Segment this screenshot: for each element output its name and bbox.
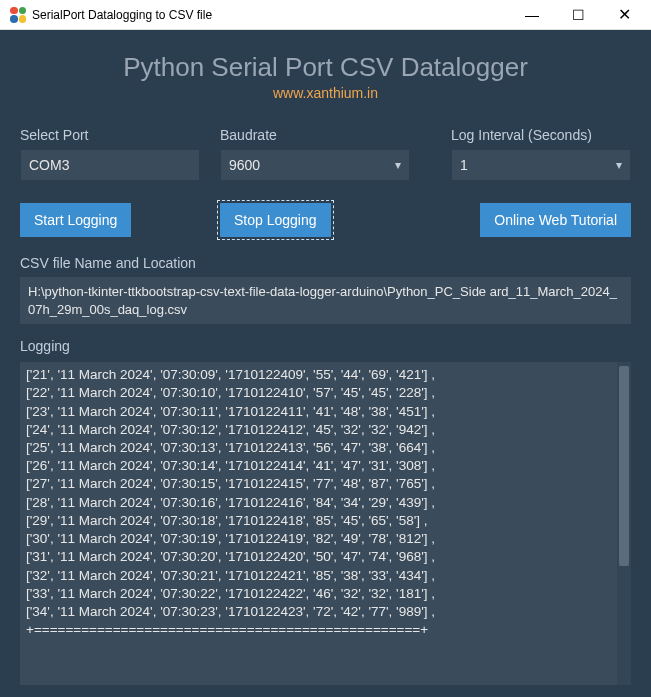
interval-field: Log Interval (Seconds) 1 [451,127,631,181]
tutorial-button[interactable]: Online Web Tutorial [480,203,631,237]
baud-combo[interactable]: 9600 [220,149,410,181]
port-label: Select Port [20,127,200,143]
csv-label: CSV file Name and Location [20,255,631,271]
window-controls: ― ☐ ✕ [509,0,647,30]
port-field: Select Port COM3 [20,127,200,181]
close-button[interactable]: ✕ [601,0,647,30]
app-subtitle: www.xanthium.in [20,85,631,101]
log-scrollbar[interactable] [617,362,631,685]
log-area-wrap: ['21', '11 March 2024', '07:30:09', '171… [20,362,631,685]
app-icon [10,7,26,23]
app-title: Python Serial Port CSV Datalogger [20,52,631,83]
logging-label: Logging [20,338,631,354]
scrollbar-thumb[interactable] [619,366,629,566]
baud-field: Baudrate 9600 [220,127,410,181]
maximize-button[interactable]: ☐ [555,0,601,30]
start-logging-button[interactable]: Start Logging [20,203,131,237]
interval-label: Log Interval (Seconds) [451,127,631,143]
port-input[interactable]: COM3 [20,149,200,181]
csv-path-box[interactable]: H:\python-tkinter-ttkbootstrap-csv-text-… [20,277,631,324]
minimize-button[interactable]: ― [509,0,555,30]
interval-combo[interactable]: 1 [451,149,631,181]
log-area[interactable]: ['21', '11 March 2024', '07:30:09', '171… [20,362,617,685]
baud-label: Baudrate [220,127,410,143]
titlebar: SerialPort Datalogging to CSV file ― ☐ ✕ [0,0,651,30]
app-body: Python Serial Port CSV Datalogger www.xa… [0,30,651,697]
buttons-row: Start Logging Stop Logging Online Web Tu… [20,203,631,237]
stop-logging-button[interactable]: Stop Logging [220,203,331,237]
window-title: SerialPort Datalogging to CSV file [32,8,509,22]
controls-row: Select Port COM3 Baudrate 9600 Log Inter… [20,127,631,181]
